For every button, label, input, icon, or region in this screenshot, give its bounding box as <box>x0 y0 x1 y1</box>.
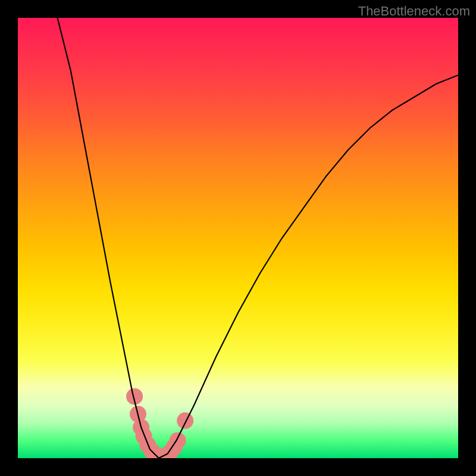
watermark-text: TheBottleneck.com <box>358 4 470 19</box>
data-marker <box>177 412 193 429</box>
chart-overlay <box>18 18 458 458</box>
bottleneck-curve <box>58 18 458 458</box>
marker-group <box>126 388 193 458</box>
chart-area <box>18 18 458 458</box>
